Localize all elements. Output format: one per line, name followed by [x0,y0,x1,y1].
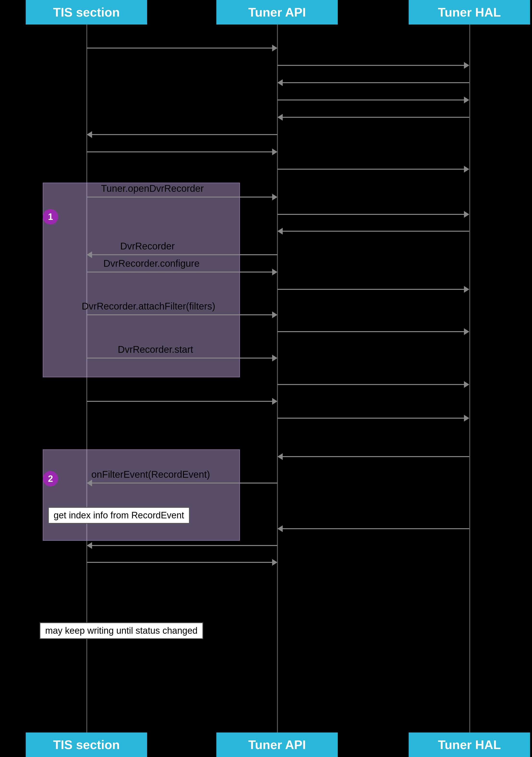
arrow-6 [87,134,277,135]
arrow-7 [87,151,277,152]
tuner-api-label-bottom: Tuner API [248,738,306,752]
tuner-hal-label-bottom: Tuner HAL [438,738,501,752]
tuner-hal-header-bottom: Tuner HAL [409,733,530,757]
arrow-open-dvr-label: Tuner.openDvrRecorder [101,183,204,194]
tis-header-bottom: TIS section [26,733,147,757]
note-keep-writing-text: may keep writing until status changed [45,625,198,636]
sequence-box-2 [43,449,240,541]
step-1-label: 1 [48,212,53,222]
tuner-hal-header-top: Tuner HAL [409,0,530,24]
arrow-attach-filter-label: DvrRecorder.attachFilter(filters) [82,301,215,312]
arrow-dvr-recorder [87,254,277,255]
arrow-configure [87,272,277,273]
arrow-25 [87,562,277,563]
arrow-attach-filter [87,314,277,315]
note-keep-writing: may keep writing until status changed [40,622,203,639]
tis-header-top: TIS section [26,0,147,24]
arrow-18 [277,384,469,385]
tuner-api-lifeline [277,24,278,733]
tuner-api-header-bottom: Tuner API [216,733,338,757]
tis-label-top: TIS section [53,5,120,19]
step-badge-2: 2 [43,471,58,486]
note-get-index-text: get index info from RecordEvent [54,510,184,520]
tuner-api-label-top: Tuner API [248,5,306,19]
arrow-start-label: DvrRecorder.start [118,344,193,355]
tuner-hal-label-top: Tuner HAL [438,5,501,19]
arrow-3 [277,82,469,83]
arrow-2 [277,65,469,66]
arrow-16 [277,331,469,332]
arrow-8 [277,169,469,170]
arrow-1 [87,47,277,48]
arrow-on-filter [87,483,277,484]
arrow-on-filter-label: onFilterEvent(RecordEvent) [91,469,210,480]
note-get-index: get index info from RecordEvent [48,507,190,524]
step-2-label: 2 [48,474,53,484]
arrow-24 [87,545,277,546]
arrow-5 [277,117,469,118]
arrow-configure-label: DvrRecorder.configure [103,258,200,269]
arrow-11 [277,231,469,232]
arrow-4 [277,100,469,101]
arrow-20 [277,418,469,419]
arrow-23 [277,528,469,529]
arrow-19 [87,401,277,402]
arrow-dvr-recorder-label: DvrRecorder [120,241,175,252]
tis-label-bottom: TIS section [53,738,120,752]
step-badge-1: 1 [43,209,58,225]
tuner-api-header-top: Tuner API [216,0,338,24]
arrow-10 [277,214,469,215]
arrow-14 [277,289,469,290]
tuner-hal-lifeline [469,24,470,733]
arrow-start [87,358,277,359]
arrow-open-dvr-recorder [87,197,277,197]
arrow-21 [277,456,469,457]
